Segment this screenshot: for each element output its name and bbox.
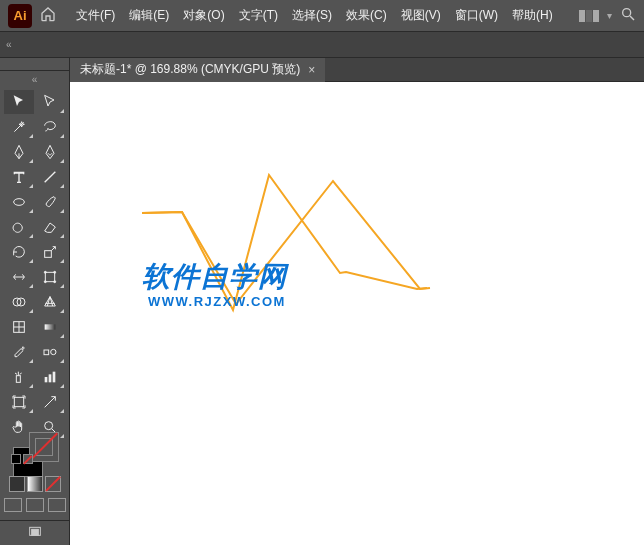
- tab-bar: 未标题-1* @ 169.88% (CMYK/GPU 预览) ×: [70, 58, 644, 82]
- canvas[interactable]: 软件自学网 WWW.RJZXW.COM: [70, 82, 644, 545]
- pen-tool[interactable]: [4, 140, 34, 164]
- artwork-svg: [70, 82, 644, 545]
- workspace: «: [0, 58, 644, 545]
- close-icon[interactable]: ×: [308, 63, 315, 77]
- line-segment-tool[interactable]: [35, 165, 65, 189]
- menu-items: 文件(F) 编辑(E) 对象(O) 文字(T) 选择(S) 效果(C) 视图(V…: [70, 3, 559, 28]
- svg-rect-4: [45, 251, 52, 258]
- menu-object[interactable]: 对象(O): [177, 3, 230, 28]
- svg-point-0: [623, 9, 631, 17]
- curvature-tool[interactable]: [35, 140, 65, 164]
- menu-effect[interactable]: 效果(C): [340, 3, 393, 28]
- document-area: 未标题-1* @ 169.88% (CMYK/GPU 预览) × 软件自学网 W…: [70, 58, 644, 545]
- perspective-grid-tool[interactable]: [35, 290, 65, 314]
- direct-selection-tool[interactable]: [35, 90, 65, 114]
- shape-builder-tool[interactable]: [4, 290, 34, 314]
- svg-point-7: [54, 271, 56, 273]
- tool-panel: «: [0, 58, 70, 545]
- menu-right: ▾: [579, 6, 636, 25]
- svg-rect-17: [45, 377, 48, 382]
- type-tool[interactable]: [4, 165, 34, 189]
- menu-select[interactable]: 选择(S): [286, 3, 338, 28]
- eyedropper-tool[interactable]: [4, 340, 34, 364]
- svg-point-21: [45, 422, 53, 430]
- selection-tool[interactable]: [4, 90, 34, 114]
- color-mode-row: [9, 476, 61, 492]
- screen-mode-row: [4, 498, 66, 512]
- eraser-tool[interactable]: [35, 215, 65, 239]
- document-tab[interactable]: 未标题-1* @ 169.88% (CMYK/GPU 预览) ×: [70, 58, 325, 82]
- artboard-tool[interactable]: [4, 390, 34, 414]
- svg-rect-24: [31, 529, 38, 535]
- lasso-tool[interactable]: [35, 115, 65, 139]
- rotate-tool[interactable]: [4, 240, 34, 264]
- menu-text[interactable]: 文字(T): [233, 3, 284, 28]
- color-picker[interactable]: [11, 445, 59, 462]
- menu-bar: Ai 文件(F) 编辑(E) 对象(O) 文字(T) 选择(S) 效果(C) 视…: [0, 0, 644, 32]
- chevron-control-icon[interactable]: «: [6, 39, 12, 50]
- svg-line-2: [45, 172, 56, 183]
- svg-rect-14: [44, 350, 49, 355]
- menu-edit[interactable]: 编辑(E): [123, 3, 175, 28]
- paintbrush-tool[interactable]: [35, 190, 65, 214]
- panel-collapse-icon[interactable]: «: [0, 70, 69, 88]
- color-mode-gradient[interactable]: [27, 476, 43, 492]
- symbol-sprayer-tool[interactable]: [4, 365, 34, 389]
- color-mode-none[interactable]: [45, 476, 61, 492]
- svg-rect-13: [45, 324, 56, 329]
- svg-point-9: [54, 281, 56, 283]
- draw-behind-icon[interactable]: [26, 498, 44, 512]
- svg-point-8: [44, 281, 46, 283]
- column-graph-tool[interactable]: [35, 365, 65, 389]
- control-bar: «: [0, 32, 644, 58]
- tab-title: 未标题-1* @ 169.88% (CMYK/GPU 预览): [80, 61, 300, 78]
- svg-point-6: [44, 271, 46, 273]
- home-icon[interactable]: [40, 6, 56, 25]
- svg-rect-5: [45, 272, 54, 281]
- menu-view[interactable]: 视图(V): [395, 3, 447, 28]
- mesh-tool[interactable]: [4, 315, 34, 339]
- screen-mode-button[interactable]: [0, 520, 69, 545]
- menu-window[interactable]: 窗口(W): [449, 3, 504, 28]
- scale-tool[interactable]: [35, 240, 65, 264]
- draw-inside-icon[interactable]: [48, 498, 66, 512]
- tool-grid: [2, 88, 67, 441]
- chevron-down-icon[interactable]: ▾: [607, 10, 612, 21]
- svg-rect-20: [14, 397, 23, 406]
- menu-help[interactable]: 帮助(H): [506, 3, 559, 28]
- default-swap-swatch[interactable]: [11, 454, 33, 464]
- menu-file[interactable]: 文件(F): [70, 3, 121, 28]
- workspace-layout-icon[interactable]: [579, 10, 599, 22]
- shaper-tool[interactable]: [4, 215, 34, 239]
- free-transform-tool[interactable]: [35, 265, 65, 289]
- svg-rect-19: [53, 372, 56, 383]
- watermark-url: WWW.RJZXW.COM: [148, 294, 286, 309]
- watermark-text: 软件自学网: [142, 258, 287, 296]
- width-tool[interactable]: [4, 265, 34, 289]
- svg-line-1: [630, 16, 634, 20]
- ellipse-tool[interactable]: [4, 190, 34, 214]
- slice-tool[interactable]: [35, 390, 65, 414]
- svg-rect-18: [49, 374, 52, 382]
- draw-normal-icon[interactable]: [4, 498, 22, 512]
- stroke-swatch[interactable]: [29, 432, 59, 462]
- magic-wand-tool[interactable]: [4, 115, 34, 139]
- svg-rect-16: [16, 376, 20, 383]
- blend-tool[interactable]: [35, 340, 65, 364]
- svg-point-15: [51, 349, 56, 354]
- gradient-tool[interactable]: [35, 315, 65, 339]
- color-mode-solid[interactable]: [9, 476, 25, 492]
- app-logo: Ai: [8, 4, 32, 28]
- svg-point-3: [14, 199, 25, 206]
- search-icon[interactable]: [620, 6, 636, 25]
